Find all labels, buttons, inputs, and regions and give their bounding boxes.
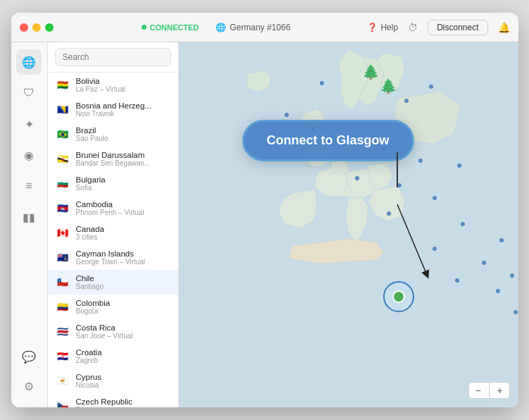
country-city: San Jose – Virtual [76, 332, 171, 340]
country-text: Cyprus Nicosia [76, 373, 171, 389]
help-button[interactable]: ❓ Help [367, 23, 398, 32]
country-list-item[interactable]: 🇭🇷 Croatia Zagreb [48, 344, 178, 369]
close-button[interactable] [20, 23, 28, 32]
zoom-out-button[interactable]: − [469, 383, 487, 398]
country-text: Cayman Islands George Town – Virtual [76, 249, 171, 266]
country-city: 3 cities [76, 233, 171, 241]
sidebar-icons: 🌐 🛡 ✦ ◉ ≡ ▮▮ 💬 ⚙ [11, 42, 48, 407]
country-text: Cambodia Phnom Penh – Virtual [76, 200, 171, 216]
country-text: Brunei Darussalam Bandar Seri Begawan... [76, 151, 171, 167]
country-city: Novi Travnik [76, 110, 171, 118]
country-list-item[interactable]: 🇨🇱 Chile Santiago [48, 270, 178, 295]
map-dot [482, 261, 486, 265]
map-svg [179, 42, 518, 407]
map-dot [432, 247, 437, 251]
sidebar-item-layers[interactable]: ≡ [16, 173, 42, 199]
minimize-button[interactable] [32, 23, 41, 32]
map-dot [429, 85, 433, 89]
country-list-item[interactable]: 🇨🇾 Cyprus Nicosia [48, 369, 178, 393]
map-dot [387, 211, 391, 216]
status-dot [142, 25, 147, 30]
map-dot [455, 278, 459, 283]
sidebar-bottom: 💬 ⚙ [16, 344, 42, 407]
map-dot [461, 222, 465, 226]
country-city: Bogota [76, 307, 171, 315]
map-dot [514, 310, 518, 314]
flag-icon: 🇭🇷 [55, 349, 70, 364]
country-list-item[interactable]: 🇧🇴 Bolivia La Paz – Virtual [48, 73, 178, 97]
help-label: Help [380, 23, 398, 32]
flag-icon: 🇨🇿 [55, 398, 70, 408]
settings-icon[interactable]: ⏱ [408, 22, 418, 33]
country-city: Sofia [76, 184, 171, 192]
country-list-item[interactable]: 🇧🇬 Bulgaria Sofia [48, 171, 178, 196]
country-text: Bosnia and Herzeg... Novi Travnik [76, 101, 171, 118]
titlebar-right: ❓ Help ⏱ Disconnect 🔔 [367, 20, 509, 35]
country-text: Chile Santiago [76, 274, 171, 290]
zoom-in-button[interactable]: + [491, 383, 509, 398]
flag-icon: 🇧🇳 [55, 152, 70, 167]
globe-icon: 🌐 [216, 23, 226, 32]
country-city: George Town – Virtual [76, 258, 171, 266]
country-name: Costa Rica [76, 323, 171, 332]
country-list: 🇧🇴 Bolivia La Paz – Virtual 🇧🇦 Bosnia an… [48, 42, 179, 407]
sidebar-item-stats[interactable]: ▮▮ [16, 204, 42, 230]
flag-icon: 🇧🇷 [55, 127, 70, 142]
country-list-item[interactable]: 🇧🇳 Brunei Darussalam Bandar Seri Begawan… [48, 147, 178, 171]
country-list-item[interactable]: 🇨🇿 Czech Republic Prague [48, 393, 178, 407]
connection-status: CONNECTED [142, 23, 199, 32]
connect-to-glasgow-button[interactable]: Connect to Glasgow [242, 120, 414, 161]
maximize-button[interactable] [45, 23, 54, 32]
disconnect-button[interactable]: Disconnect [428, 20, 487, 35]
sidebar-item-settings[interactable]: ⚙ [16, 373, 42, 399]
location-dot [392, 290, 405, 303]
flag-icon: 🇨🇾 [55, 373, 70, 389]
country-city: Zagreb [76, 357, 171, 364]
country-city: Santiago [76, 283, 171, 290]
question-icon: ❓ [367, 23, 378, 32]
map-dot [496, 289, 500, 293]
map-dot [320, 81, 324, 85]
status-label: CONNECTED [150, 23, 199, 32]
sidebar-item-tracker[interactable]: ◉ [16, 142, 42, 168]
country-name: Cambodia [76, 200, 171, 209]
sidebar-item-meshnet[interactable]: ✦ [16, 111, 42, 137]
app-window: CONNECTED 🌐 Germany #1066 ❓ Help ⏱ Disco… [11, 13, 518, 407]
search-input[interactable] [55, 48, 171, 66]
country-name: Cayman Islands [76, 249, 171, 258]
sidebar-item-locations[interactable]: 🌐 [16, 49, 42, 75]
country-text: Croatia Zagreb [76, 348, 171, 364]
flag-icon: 🇨🇦 [55, 226, 70, 241]
sidebar-item-shield[interactable]: 🛡 [16, 80, 42, 106]
country-name: Chile [76, 274, 171, 283]
country-list-item[interactable]: 🇰🇭 Cambodia Phnom Penh – Virtual [48, 196, 178, 221]
country-list-item[interactable]: 🇨🇦 Canada 3 cities [48, 221, 178, 245]
flag-icon: 🇧🇬 [55, 176, 70, 192]
sidebar-item-chat[interactable]: 💬 [16, 344, 42, 369]
titlebar: CONNECTED 🌐 Germany #1066 ❓ Help ⏱ Disco… [11, 13, 518, 42]
country-list-item[interactable]: 🇨🇴 Colombia Bogota [48, 295, 178, 319]
map-dot [499, 238, 504, 242]
map-area: 🌲 🌲 [179, 42, 518, 407]
server-info: 🌐 Germany #1066 [216, 23, 290, 32]
server-label: Germany #1066 [230, 23, 290, 32]
country-list-item[interactable]: 🇧🇷 Brazil Sao Paulo [48, 122, 178, 147]
traffic-lights [20, 23, 54, 32]
country-name: Brunei Darussalam [76, 151, 171, 159]
bell-icon[interactable]: 🔔 [498, 22, 510, 33]
country-list-item[interactable]: 🇨🇷 Costa Rica San Jose – Virtual [48, 319, 178, 344]
country-list-item[interactable]: 🇰🇾 Cayman Islands George Town – Virtual [48, 245, 178, 270]
country-name: Bosnia and Herzeg... [76, 101, 171, 110]
map-dot [418, 159, 423, 163]
flag-icon: 🇨🇷 [55, 324, 70, 340]
map-dot [285, 113, 289, 117]
country-list-item[interactable]: 🇧🇦 Bosnia and Herzeg... Novi Travnik [48, 97, 178, 122]
flag-icon: 🇧🇦 [55, 102, 70, 118]
flag-icon: 🇨🇴 [55, 299, 70, 315]
country-text: Bulgaria Sofia [76, 175, 171, 192]
country-city: La Paz – Virtual [76, 85, 171, 93]
country-name: Brazil [76, 126, 171, 135]
country-city: Phnom Penh – Virtual [76, 209, 171, 216]
country-text: Czech Republic Prague [76, 397, 171, 407]
country-items: 🇧🇴 Bolivia La Paz – Virtual 🇧🇦 Bosnia an… [48, 73, 178, 407]
